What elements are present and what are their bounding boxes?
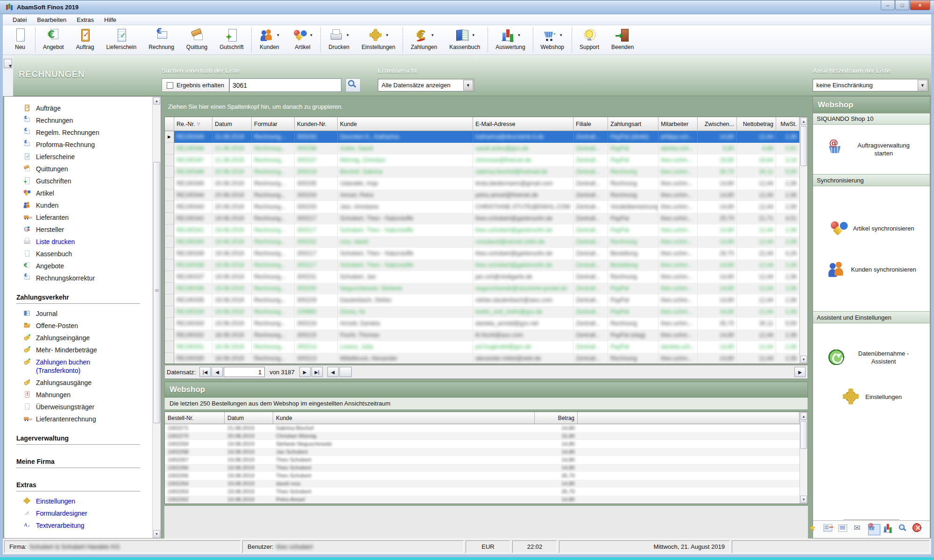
toolbar-button-beenden[interactable]: Beenden bbox=[605, 25, 640, 55]
minimize-button[interactable]: – bbox=[881, 0, 895, 10]
column-header-betrag[interactable]: Betrag bbox=[535, 412, 578, 424]
row-selector[interactable] bbox=[165, 201, 174, 213]
table-row[interactable]: RE19033218.08.2019Rechnung...300215Fisch… bbox=[165, 329, 800, 341]
sidebar-item-journal[interactable]: Journal bbox=[4, 308, 152, 320]
webshop-table-scrollbar[interactable]: ▲ ▼ bbox=[800, 412, 807, 504]
sidebar-item-kassenbuch[interactable]: Kassenbuch bbox=[4, 248, 152, 260]
table-row[interactable]: RE19034821.08.2019Rechnung...300238Antes… bbox=[165, 143, 800, 154]
sidebar-item-zahlungen-buchen[interactable]: Zahlungen buchen(Transferkonto) bbox=[4, 356, 152, 377]
row-selector[interactable] bbox=[165, 248, 174, 259]
hscroll-right-icon[interactable]: ▶ bbox=[794, 367, 806, 377]
sidebar-item-lieferanten[interactable]: Lieferanten bbox=[4, 211, 152, 224]
toolbar-button-artikel[interactable]: ▼Artikel bbox=[286, 25, 319, 55]
close-panel-icon[interactable] bbox=[913, 524, 925, 535]
toolbar-button-kunden[interactable]: ▼Kunden bbox=[253, 25, 286, 55]
toolbar-button-support[interactable]: Support bbox=[573, 25, 605, 55]
form-window-icon[interactable] bbox=[823, 524, 835, 535]
webshop-cart-icon[interactable] bbox=[868, 524, 880, 535]
toolbar-button-lieferschein[interactable]: Lieferschein bbox=[100, 25, 142, 55]
webshop-order-row[interactable]: 100226919.08.2019Stefanie Neguschewski14… bbox=[165, 440, 800, 448]
sidebar-item-einstellungen[interactable]: Einstellungen bbox=[4, 495, 152, 507]
sidebar-item-regelm-rechnungen[interactable]: Regelm. Rechnungen bbox=[4, 126, 152, 139]
scroll-up-icon[interactable]: ▲ bbox=[800, 413, 807, 420]
table-row[interactable]: RE19034019.08.2019Rechnung...300232ross,… bbox=[165, 236, 800, 248]
chevron-down-icon[interactable]: ▼ bbox=[276, 33, 280, 37]
column-header-zwischen[interactable]: Zwischen... bbox=[698, 117, 737, 131]
row-selector[interactable] bbox=[165, 259, 174, 271]
scroll-up-icon[interactable]: ▲ bbox=[153, 97, 160, 105]
table-row[interactable]: RE19033619.08.2019Rechnung...300230Negus… bbox=[165, 283, 800, 294]
result-checkbox[interactable] bbox=[167, 82, 173, 89]
table-row[interactable]: RE19034420.08.2019Rechnung...300234Amsel… bbox=[165, 189, 800, 201]
table-row[interactable]: RE19033519.08.2019Rechnung...300229Daute… bbox=[165, 294, 800, 306]
previous-record-button[interactable]: ◀ bbox=[212, 367, 223, 377]
chevron-down-icon[interactable]: ▼ bbox=[431, 33, 434, 37]
toolbar-button-rechnung[interactable]: Rechnung bbox=[142, 25, 180, 55]
table-row[interactable]: RE19033118.08.2019Rechnung...300214Loren… bbox=[165, 341, 800, 353]
chevron-down-icon[interactable]: ▼ bbox=[385, 33, 389, 37]
toolbar-button-angebot[interactable]: Angebot bbox=[37, 25, 70, 55]
column-header-kunde[interactable]: Kunde bbox=[338, 117, 473, 131]
webshop-order-row[interactable]: 100226719.08.2019Theo Schobert14,80 bbox=[165, 456, 800, 464]
maximize-button[interactable]: □ bbox=[895, 0, 909, 10]
row-selector[interactable] bbox=[165, 154, 174, 166]
sidebar-item-zahlungsausgänge[interactable]: Zahlungsausgänge bbox=[4, 377, 152, 389]
row-selector[interactable] bbox=[165, 306, 174, 318]
scrollbar-thumb[interactable] bbox=[153, 162, 160, 423]
column-header-mwst[interactable]: MwSt. bbox=[776, 117, 800, 131]
table-row[interactable]: RE19033419.08.2019Rechnung...100660Glori… bbox=[165, 306, 800, 318]
table-row[interactable]: RE19033919.08.2019Rechnung...300217Schob… bbox=[165, 248, 800, 259]
sidebar-item-artikel[interactable]: Artikel bbox=[4, 187, 152, 199]
sidebar-item-mahnungen[interactable]: Mahnungen bbox=[4, 389, 152, 401]
row-selector[interactable] bbox=[165, 189, 174, 201]
sidebar-item-rechnungskorrektur[interactable]: Rechnungskorrektur bbox=[4, 272, 152, 284]
table-row[interactable]: RE19033719.08.2019Rechnung...300231Schub… bbox=[165, 271, 800, 283]
sidebar-item-rechnungen[interactable]: Rechnungen bbox=[4, 114, 152, 126]
start-order-management-button[interactable]: Auftragsverwaltung starten bbox=[813, 140, 930, 159]
period-dropdown[interactable]: keine Einschränkung ▼ bbox=[813, 79, 928, 91]
column-header-filiale[interactable]: Filiale bbox=[573, 117, 608, 131]
sidebar-item-formulardesigner[interactable]: Formulardesigner bbox=[4, 507, 152, 519]
column-header-datum[interactable]: Datum bbox=[225, 412, 273, 424]
row-selector[interactable] bbox=[165, 318, 174, 329]
table-row[interactable]: RE19034119.08.2019Rechnung...300217Schob… bbox=[165, 224, 800, 236]
toolbar-button-drucken[interactable]: ▼Drucken bbox=[322, 25, 355, 55]
row-selector[interactable]: ▶ bbox=[165, 131, 174, 143]
table-row[interactable]: RE19033319.08.2019Rechnung...300216Arnol… bbox=[165, 318, 800, 329]
webshop-order-row[interactable]: 100227020.08.2019Christian Münnig15,80 bbox=[165, 432, 800, 440]
scroll-down-icon[interactable]: ▼ bbox=[800, 496, 807, 503]
table-row[interactable]: RE19034520.08.2019Rechnung...300235Udand… bbox=[165, 178, 800, 189]
chevron-down-icon[interactable]: ▼ bbox=[463, 80, 473, 91]
table-row[interactable]: ▶RE19034921.08.2019Rechnung...300243Deur… bbox=[165, 131, 800, 143]
row-selector[interactable] bbox=[165, 143, 174, 154]
webshop-order-row[interactable]: 100226619.08.2019Theo Schobert14,80 bbox=[165, 464, 800, 472]
menu-hilfe[interactable]: Hilfe bbox=[99, 15, 121, 24]
row-selector[interactable] bbox=[165, 294, 174, 306]
sync-customers-button[interactable]: Kunden synchronisieren bbox=[813, 260, 930, 279]
toolbar-button-auftrag[interactable]: Auftrag bbox=[70, 25, 100, 55]
table-row[interactable]: RE19033819.08.2019Rechnung...300217Schob… bbox=[165, 259, 800, 271]
sidebar-scrollbar[interactable]: ▲ ▼ bbox=[152, 97, 161, 538]
webshop-settings-button[interactable]: Einstellungen bbox=[813, 387, 930, 406]
notes-list-icon[interactable] bbox=[838, 524, 850, 535]
webshop-order-row[interactable]: 100226319.08.2019Theo Schobert26,70 bbox=[165, 488, 800, 496]
toolbar-button-gutschrift[interactable]: Gutschrift bbox=[213, 25, 249, 55]
sidebar-item-lieferscheine[interactable]: Lieferscheine bbox=[4, 151, 152, 163]
sidebar-item-überweisungsträger[interactable]: Überweisungsträger bbox=[4, 401, 152, 413]
table-row[interactable]: RE19034219.08.2019Rechnung...300217Schob… bbox=[165, 213, 800, 224]
first-record-button[interactable]: |◀ bbox=[199, 367, 211, 377]
column-header-nettobetrag[interactable]: Nettobetrag bbox=[737, 117, 776, 131]
table-row[interactable]: RE19034620.08.2019Rechnung...300218Bisch… bbox=[165, 166, 800, 178]
row-selector[interactable] bbox=[165, 166, 174, 178]
chevron-down-icon[interactable]: ▼ bbox=[517, 33, 521, 37]
chevron-down-icon[interactable]: ▼ bbox=[918, 80, 927, 91]
column-header-bestell-nr[interactable]: Bestell-Nr. bbox=[165, 412, 225, 424]
menu-datei[interactable]: Datei bbox=[7, 15, 32, 24]
sidebar-item-proforma-rechnung[interactable]: Proforma-Rechnung bbox=[4, 139, 152, 151]
chevron-down-icon[interactable]: ▼ bbox=[310, 33, 313, 37]
record-number-input[interactable] bbox=[224, 367, 265, 377]
chart-icon[interactable] bbox=[883, 524, 895, 535]
table-row[interactable]: RE19034320.08.2019Rechnung...300233Jasi,… bbox=[165, 201, 800, 213]
sidebar-item-liste-drucken[interactable]: Liste drucken bbox=[4, 236, 152, 248]
toolbar-button-kassenbuch[interactable]: ▼Kassenbuch bbox=[443, 25, 486, 55]
